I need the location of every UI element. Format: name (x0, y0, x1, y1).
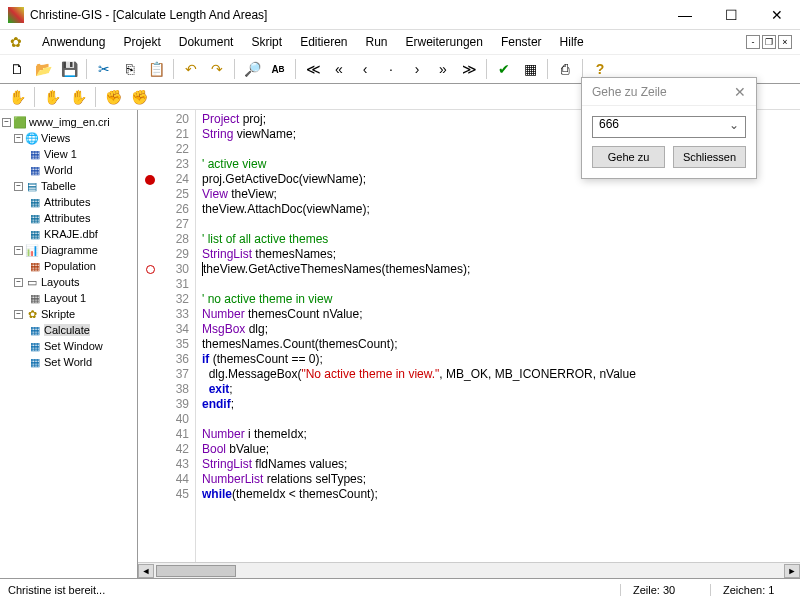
goto-line-dialog: Gehe zu Zeile ✕ 666 Gehe zu Schliessen (581, 77, 757, 179)
tree-views[interactable]: −🌐Views (14, 130, 135, 146)
print-icon[interactable]: ⎙ (554, 58, 576, 80)
nav-goto-icon[interactable]: · (380, 58, 402, 80)
breakpoint-column[interactable] (138, 110, 162, 562)
copy-icon[interactable]: ⎘ (119, 58, 141, 80)
window-title: Christine-GIS - [Calculate Length And Ar… (30, 8, 670, 22)
menu-skript[interactable]: Skript (243, 33, 290, 51)
menu-dokument[interactable]: Dokument (171, 33, 242, 51)
run-icon[interactable]: ▦ (519, 58, 541, 80)
status-message: Christine ist bereit... (0, 584, 620, 596)
hand-gold-icon[interactable]: ✋ (67, 86, 89, 108)
goto-close-icon[interactable]: ✕ (734, 84, 746, 100)
hand-1-icon[interactable]: ✋ (6, 86, 28, 108)
new-icon[interactable]: 🗋 (6, 58, 28, 80)
hand-alt-icon[interactable]: ✊ (128, 86, 150, 108)
paste-icon[interactable]: 📋 (145, 58, 167, 80)
nav-next-icon[interactable]: › (406, 58, 428, 80)
app-logo-icon (8, 7, 24, 23)
undo-icon[interactable]: ↶ (180, 58, 202, 80)
main-area: −🟩www_img_en.cri −🌐Views ▦View 1 ▦World … (0, 110, 800, 578)
replace-icon[interactable]: AB (267, 58, 289, 80)
find-icon[interactable]: 🔎 (241, 58, 263, 80)
nav-last-icon[interactable]: ≫ (458, 58, 480, 80)
goto-line-input[interactable]: 666 (592, 116, 746, 138)
menu-projekt[interactable]: Projekt (115, 33, 168, 51)
tree-script-item[interactable]: ▦Set Window (28, 338, 135, 354)
editor: 2021222324252627282930313233343536373839… (138, 110, 800, 578)
open-icon[interactable]: 📂 (32, 58, 54, 80)
goto-go-button[interactable]: Gehe zu (592, 146, 665, 168)
tree-layout-item[interactable]: ▦Layout 1 (28, 290, 135, 306)
mdi-restore-button[interactable]: ❐ (762, 35, 776, 49)
maximize-button[interactable]: ☐ (716, 5, 746, 25)
hand-move-icon[interactable]: ✊ (102, 86, 124, 108)
tree-skripte[interactable]: −✿Skripte (14, 306, 135, 322)
save-icon[interactable]: 💾 (58, 58, 80, 80)
cut-icon[interactable]: ✂ (93, 58, 115, 80)
scroll-right-icon[interactable]: ► (784, 564, 800, 578)
scroll-left-icon[interactable]: ◄ (138, 564, 154, 578)
horizontal-scrollbar[interactable]: ◄ ► (138, 562, 800, 578)
mdi-close-button[interactable]: × (778, 35, 792, 49)
tree-tabelle[interactable]: −▤Tabelle (14, 178, 135, 194)
tree-root[interactable]: −🟩www_img_en.cri (2, 114, 135, 130)
project-tree[interactable]: −🟩www_img_en.cri −🌐Views ▦View 1 ▦World … (0, 110, 138, 578)
menu-hilfe[interactable]: Hilfe (552, 33, 592, 51)
tree-view-item[interactable]: ▦View 1 (28, 146, 135, 162)
menu-run[interactable]: Run (358, 33, 396, 51)
status-bar: Christine ist bereit... Zeile: 30 Zeiche… (0, 578, 800, 600)
goto-dialog-title[interactable]: Gehe zu Zeile ✕ (582, 78, 756, 106)
menu-bar: ✿ Anwendung Projekt Dokument Skript Edit… (0, 30, 800, 54)
nav-prev-fast-icon[interactable]: « (328, 58, 350, 80)
redo-icon[interactable]: ↷ (206, 58, 228, 80)
nav-prev-icon[interactable]: ‹ (354, 58, 376, 80)
minimize-button[interactable]: — (670, 5, 700, 25)
title-bar: Christine-GIS - [Calculate Length And Ar… (0, 0, 800, 30)
goto-close-button[interactable]: Schliessen (673, 146, 746, 168)
tree-table-item[interactable]: ▦KRAJE.dbf (28, 226, 135, 242)
menu-erweiterungen[interactable]: Erweiterungen (398, 33, 491, 51)
close-button[interactable]: ✕ (762, 5, 792, 25)
check-icon[interactable]: ✔ (493, 58, 515, 80)
menu-fenster[interactable]: Fenster (493, 33, 550, 51)
gear-icon: ✿ (10, 34, 26, 50)
tree-script-item[interactable]: ▦Set World (28, 354, 135, 370)
tree-layouts[interactable]: −▭Layouts (14, 274, 135, 290)
status-char: Zeichen: 1 (710, 584, 800, 596)
nav-next-fast-icon[interactable]: » (432, 58, 454, 80)
menu-editieren[interactable]: Editieren (292, 33, 355, 51)
line-number-gutter: 2021222324252627282930313233343536373839… (162, 110, 196, 562)
tree-view-item[interactable]: ▦World (28, 162, 135, 178)
nav-first-icon[interactable]: ≪ (302, 58, 324, 80)
status-line: Zeile: 30 (620, 584, 710, 596)
mdi-minimize-button[interactable]: - (746, 35, 760, 49)
tree-script-item[interactable]: ▦Calculate (28, 322, 135, 338)
tree-table-item[interactable]: ▦Attributes (28, 210, 135, 226)
tree-table-item[interactable]: ▦Attributes (28, 194, 135, 210)
scroll-thumb[interactable] (156, 565, 236, 577)
menu-anwendung[interactable]: Anwendung (34, 33, 113, 51)
hand-red-icon[interactable]: ✋ (41, 86, 63, 108)
tree-diagramme[interactable]: −📊Diagramme (14, 242, 135, 258)
tree-diagram-item[interactable]: ▦Population (28, 258, 135, 274)
